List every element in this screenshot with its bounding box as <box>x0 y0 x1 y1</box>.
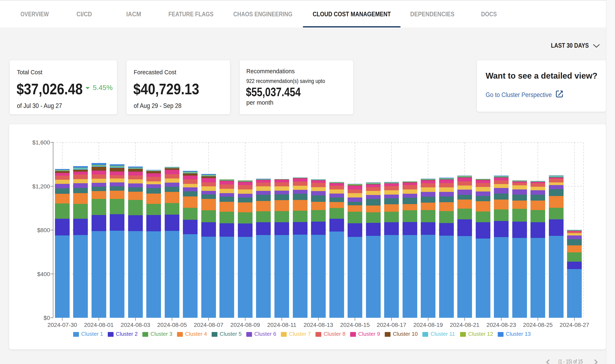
svg-text:Cluster 1: Cluster 1 <box>81 331 103 337</box>
svg-text:Go to Cluster Perspective: Go to Cluster Perspective <box>486 91 552 98</box>
svg-text:2024-08-05: 2024-08-05 <box>157 322 187 328</box>
svg-text:Cluster 4: Cluster 4 <box>185 331 207 337</box>
svg-text:Cluster 10: Cluster 10 <box>393 331 418 337</box>
svg-text:LAST 30 DAYS: LAST 30 DAYS <box>551 42 589 49</box>
svg-text:$0: $0 <box>44 315 50 321</box>
svg-text:$1,600: $1,600 <box>32 139 50 146</box>
svg-text:2024-08-15: 2024-08-15 <box>340 322 370 328</box>
svg-text:Want to see a detailed view?: Want to see a detailed view? <box>486 71 597 80</box>
svg-text:$55,037.454: $55,037.454 <box>246 85 301 99</box>
svg-text:2024-08-03: 2024-08-03 <box>121 322 150 328</box>
svg-text:2024-07-30: 2024-07-30 <box>48 322 77 328</box>
svg-text:5.45%: 5.45% <box>93 84 113 91</box>
svg-text:DEPENDENCIES: DEPENDENCIES <box>410 11 454 18</box>
svg-text:Cluster 5: Cluster 5 <box>220 331 242 337</box>
svg-text:Cluster 2: Cluster 2 <box>116 331 138 337</box>
svg-text:Cluster 9: Cluster 9 <box>358 331 380 337</box>
svg-text:2024-08-21: 2024-08-21 <box>450 322 479 328</box>
svg-text:$800: $800 <box>37 227 50 233</box>
svg-text:2024-08-25: 2024-08-25 <box>523 322 553 328</box>
svg-text:of Aug 29 - Sep 28: of Aug 29 - Sep 28 <box>134 102 182 109</box>
svg-text:$40,729.13: $40,729.13 <box>133 80 199 98</box>
svg-text:CHAOS ENGINEERING: CHAOS ENGINEERING <box>233 11 293 18</box>
svg-text:DOCS: DOCS <box>481 11 497 18</box>
svg-text:Total Cost: Total Cost <box>17 69 42 76</box>
svg-text:CLOUD COST MANAGEMENT: CLOUD COST MANAGEMENT <box>313 11 391 18</box>
svg-text:Recommendations: Recommendations <box>246 68 295 75</box>
svg-text:CI/CD: CI/CD <box>76 11 92 18</box>
svg-text:2024-08-01: 2024-08-01 <box>84 322 114 328</box>
svg-text:Cluster 11: Cluster 11 <box>431 331 455 337</box>
svg-text:2024-08-19: 2024-08-19 <box>413 322 443 328</box>
svg-text:Cluster 3: Cluster 3 <box>151 331 172 337</box>
svg-text:Cluster 6: Cluster 6 <box>254 331 276 337</box>
svg-text:2024-08-23: 2024-08-23 <box>487 322 516 328</box>
svg-text:2024-08-07: 2024-08-07 <box>194 322 224 328</box>
svg-text:2024-08-11: 2024-08-11 <box>267 322 296 328</box>
svg-text:2024-08-27: 2024-08-27 <box>560 322 589 328</box>
svg-text:Forecasted Cost: Forecasted Cost <box>134 69 177 76</box>
svg-text:2024-08-17: 2024-08-17 <box>377 322 406 328</box>
svg-text:2024-08-09: 2024-08-09 <box>230 322 260 328</box>
svg-text:$37,026.48: $37,026.48 <box>16 80 83 98</box>
svg-text:IACM: IACM <box>126 11 141 18</box>
svg-text:FEATURE FLAGS: FEATURE FLAGS <box>168 11 213 18</box>
svg-text:$1,200: $1,200 <box>32 183 50 190</box>
svg-text:Cluster 7: Cluster 7 <box>289 331 311 337</box>
svg-text:2024-08-13: 2024-08-13 <box>304 322 333 328</box>
svg-text:922 recommendation(s) saving u: 922 recommendation(s) saving upto <box>246 78 325 84</box>
svg-text:(1 - 15) of 15: (1 - 15) of 15 <box>558 358 583 364</box>
svg-text:of Jul 30 - Aug 27: of Jul 30 - Aug 27 <box>17 102 62 109</box>
svg-text:per month: per month <box>246 99 273 106</box>
svg-text:Cluster 8: Cluster 8 <box>324 331 346 337</box>
svg-text:Cluster 12: Cluster 12 <box>468 331 493 337</box>
svg-text:OVERVIEW: OVERVIEW <box>20 11 49 18</box>
svg-text:$400: $400 <box>37 271 50 277</box>
svg-text:Cluster 13: Cluster 13 <box>506 331 531 337</box>
